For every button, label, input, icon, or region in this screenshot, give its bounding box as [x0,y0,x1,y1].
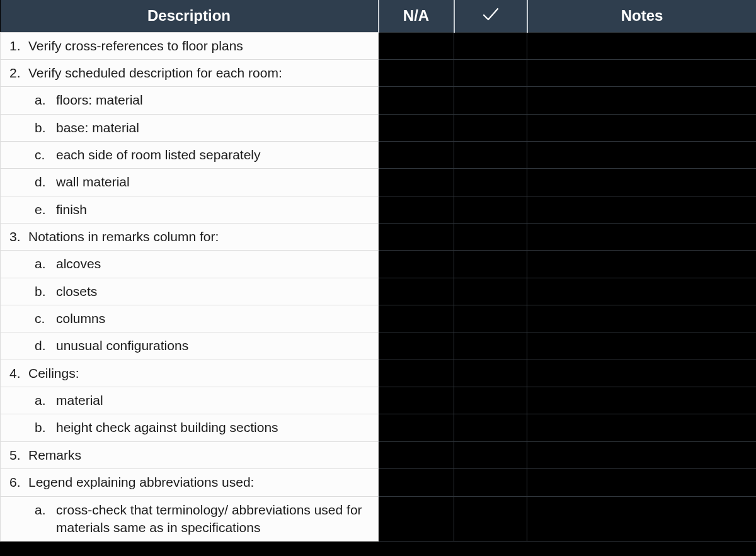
na-cell[interactable] [379,387,454,414]
notes-cell[interactable] [527,496,757,542]
item-letter: a. [35,91,56,109]
na-cell[interactable] [379,278,454,305]
na-cell[interactable] [379,224,454,251]
checklist-table: Description N/A Notes 1.Verify cross-ref… [0,0,756,542]
notes-cell[interactable] [527,469,757,496]
table-row: d.unusual configurations [1,332,757,360]
check-cell[interactable] [454,60,527,87]
notes-cell[interactable] [527,142,757,169]
table-row: c.columns [1,305,757,332]
na-cell[interactable] [379,251,454,278]
item-number: 2. [9,64,28,82]
table-row: c.each side of room listed separately [1,142,757,169]
description-cell: c.columns [1,305,379,332]
check-cell[interactable] [454,360,527,387]
description-cell: e.finish [1,196,379,223]
description-cell: a.cross-check that terminology/ abbrevia… [1,496,379,542]
table-row: b.closets [1,278,757,305]
check-cell[interactable] [454,142,527,169]
check-cell[interactable] [454,305,527,332]
check-cell[interactable] [454,87,527,114]
check-cell[interactable] [454,496,527,542]
check-cell[interactable] [454,251,527,278]
na-cell[interactable] [379,60,454,87]
na-cell[interactable] [379,469,454,496]
na-cell[interactable] [379,169,454,196]
item-number: 3. [9,228,28,246]
na-cell[interactable] [379,142,454,169]
check-cell[interactable] [454,414,527,441]
notes-cell[interactable] [527,224,757,251]
table-row: a.alcoves [1,251,757,278]
notes-cell[interactable] [527,251,757,278]
item-letter: b. [35,419,56,436]
table-row: 6.Legend explaining abbreviations used: [1,469,757,496]
description-cell: 2.Verify scheduled description for each … [1,60,379,87]
table-row: a.material [1,387,757,414]
item-text: each side of room listed separately [56,146,372,164]
na-cell[interactable] [379,414,454,441]
na-cell[interactable] [379,305,454,332]
na-cell[interactable] [379,196,454,223]
item-number: 1. [9,37,28,55]
notes-cell[interactable] [527,60,757,87]
item-letter: b. [35,119,56,137]
notes-cell[interactable] [527,278,757,305]
notes-cell[interactable] [527,169,757,196]
na-cell[interactable] [379,114,454,141]
item-letter: a. [35,501,56,519]
na-cell[interactable] [379,87,454,114]
item-text: base: material [56,119,372,137]
table-header-row: Description N/A Notes [1,0,757,32]
check-cell[interactable] [454,114,527,141]
description-cell: d.wall material [1,169,379,196]
na-cell[interactable] [379,332,454,360]
item-text: Verify cross-references to floor plans [28,37,372,55]
notes-cell[interactable] [527,387,757,414]
item-text: Remarks [28,446,372,464]
description-cell: 6.Legend explaining abbreviations used: [1,469,379,496]
notes-cell[interactable] [527,305,757,332]
na-cell[interactable] [379,496,454,542]
notes-cell[interactable] [527,332,757,360]
description-cell: a.floors: material [1,87,379,114]
na-cell[interactable] [379,360,454,387]
item-text: Legend explaining abbreviations used: [28,474,372,491]
notes-cell[interactable] [527,114,757,141]
item-number: 6. [9,474,28,491]
check-cell[interactable] [454,332,527,360]
na-cell[interactable] [379,441,454,468]
notes-cell[interactable] [527,32,757,59]
header-na: N/A [379,0,454,32]
item-letter: d. [35,173,56,191]
table-row: e.finish [1,196,757,223]
item-text: columns [56,310,372,327]
notes-cell[interactable] [527,414,757,441]
description-cell: b.closets [1,278,379,305]
item-text: finish [56,201,372,218]
table-row: 4.Ceilings: [1,360,757,387]
check-cell[interactable] [454,32,527,59]
item-number: 5. [9,446,28,464]
notes-cell[interactable] [527,196,757,223]
item-number: 4. [9,365,28,382]
check-cell[interactable] [454,278,527,305]
check-cell[interactable] [454,196,527,223]
table-row: b.height check against building sections [1,414,757,441]
item-letter: d. [35,337,56,355]
check-cell[interactable] [454,169,527,196]
table-row: a.cross-check that terminology/ abbrevia… [1,496,757,542]
description-cell: a.alcoves [1,251,379,278]
na-cell[interactable] [379,32,454,59]
check-cell[interactable] [454,224,527,251]
notes-cell[interactable] [527,441,757,468]
check-cell[interactable] [454,387,527,414]
description-cell: b.base: material [1,114,379,141]
check-cell[interactable] [454,469,527,496]
item-text: alcoves [56,255,372,273]
item-letter: b. [35,283,56,300]
check-cell[interactable] [454,441,527,468]
notes-cell[interactable] [527,87,757,114]
item-text: wall material [56,173,372,191]
notes-cell[interactable] [527,360,757,387]
